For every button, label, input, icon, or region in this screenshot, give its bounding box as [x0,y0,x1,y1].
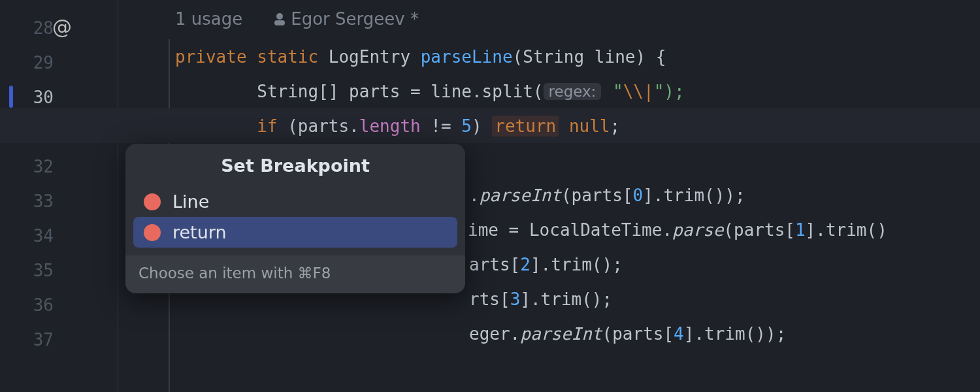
idx-0: 0 [632,186,643,205]
prop-length: length [359,116,421,136]
popup-title: Set Breakpoint [125,144,465,186]
line-number: 29 [33,53,54,73]
option-label: Line [172,191,209,212]
person-icon [274,13,286,25]
gutter: 28 @ 29 30 31 32 33 34 35 36 37 [0,0,118,392]
idx-3: 3 [510,289,521,309]
gutter-line-35[interactable]: 35 [0,253,118,287]
gutter-line-33[interactable]: 33 [0,184,118,218]
gutter-line-34[interactable]: 34 [0,218,118,253]
code-line-36[interactable]: eger.parseInt(parts[4].trim()); [175,316,980,351]
line-number: 28 [33,18,54,38]
gutter-line-36[interactable]: 36 [0,287,118,322]
kw-return: return [492,116,559,137]
kw-if: if [257,116,277,136]
breakpoint-option-return[interactable]: return [133,217,457,248]
code-line-28[interactable]: private static LogEntry parseLine(String… [175,39,980,74]
type-logentry: LogEntry [329,47,410,67]
option-label: return [172,222,227,242]
code-annotations: 1 usage Egor Sergeev * [175,9,419,29]
fn-parseline: parseLine [421,47,513,67]
author-hint[interactable]: Egor Sergeev * [274,9,419,29]
fn-parseint: parseInt [480,186,561,205]
override-icon[interactable]: @ [52,15,72,38]
line-number: 36 [33,295,54,315]
gutter-line-29[interactable]: 29 [0,45,118,80]
line-number: 30 [33,88,54,107]
breakpoint-icon [144,224,161,241]
idx-2: 2 [520,255,531,274]
line-number: 32 [33,157,54,176]
line-number: 35 [33,261,54,280]
breakpoint-icon [144,193,161,210]
popup-footer-hint: Choose an item with ⌘F8 [125,255,465,293]
code-line-29[interactable]: String[] parts = line.split(regex: "\\|"… [175,74,980,108]
author-name: Egor Sergeev * [291,9,419,29]
regex-literal: \\| [623,82,654,101]
str-close: "); [654,82,685,101]
usages-hint[interactable]: 1 usage [175,9,242,29]
gutter-line-32[interactable]: 32 [0,149,118,184]
sig-rest: (String line) { [513,47,666,67]
gutter-line-28[interactable]: 28 @ [0,10,118,45]
breakpoint-option-line[interactable]: Line [133,186,457,217]
str-open: " [602,82,623,101]
kw-static: static [257,47,318,67]
line-number: 33 [33,191,54,211]
idx-1: 1 [795,220,806,240]
num-5: 5 [461,116,472,136]
decl: String[] parts = line.split( [257,82,543,101]
kw-null: null [569,116,610,136]
code-line-30[interactable]: if (parts.length != 5) return null; [0,108,980,143]
gutter-line-37[interactable]: 37 [0,322,118,357]
popup-items: Line return [125,186,465,255]
set-breakpoint-popup: Set Breakpoint Line return Choose an ite… [125,144,465,293]
fn-parse: parse [672,220,723,240]
kw-private: private [175,47,247,67]
line-number: 37 [33,330,54,350]
fn-parseint-2: parseInt [520,324,602,344]
param-hint-regex: regex: [544,83,602,100]
line-number: 34 [33,226,54,246]
gutter-separator [118,0,118,392]
idx-4: 4 [674,324,684,344]
